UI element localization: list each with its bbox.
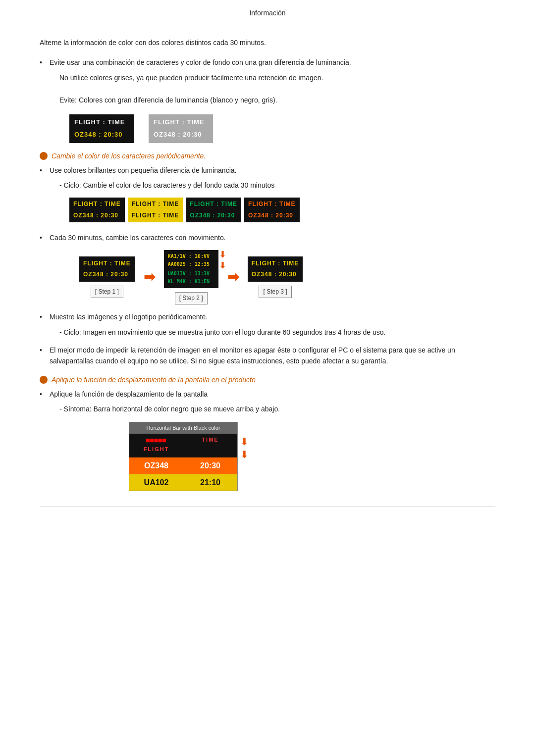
hbar-data-row1: OZ348 20:30 (129, 457, 237, 474)
cycle-box2-r1: FLIGHT : TIME (132, 200, 179, 209)
hbar-container: Horizontal Bar with Black color ■■■■■ FL… (129, 422, 238, 492)
hbar-box: Horizontal Bar with Black color ■■■■■ FL… (129, 422, 238, 492)
step-box-2: KA1/1V : 16:VVAA0025 : 12:35 UA01IV : 13… (164, 250, 218, 304)
hbar-header-flight: FLIGHT (132, 445, 180, 454)
sub4-text: - Ciclo: Imagen en movimiento que se mue… (59, 327, 495, 338)
intro-para1: Alterne la información de color con dos … (40, 37, 495, 48)
italic-note-1: Cambie el color de los caracteres periód… (40, 152, 495, 160)
step3-r1: FLIGHT : TIME (252, 259, 299, 268)
step3-display: FLIGHT : TIME OZ348 : 20:30 (248, 256, 303, 282)
bullet6-text: Aplique la función de desplazamiento de … (50, 390, 208, 398)
step-arrow-1: ➡ (144, 266, 155, 289)
hbar-row1-c1: OZ348 (129, 457, 183, 474)
step1-r2: OZ348 : 20:30 (83, 270, 131, 279)
page-content: Alterne la información de color con dos … (0, 22, 535, 531)
hbar-header-time: TIME (186, 436, 234, 445)
sub1-text: No utilice colores grises, ya que pueden… (59, 72, 495, 83)
list-item-3: Cada 30 minutos, cambie los caracteres c… (40, 232, 495, 305)
main-list-2: Use colores brillantes con pequeña difer… (40, 165, 495, 367)
cycle-box3-r1: FLIGHT : TIME (190, 200, 237, 209)
step2-arrows: ⬇ ⬇ (219, 250, 226, 270)
italic-text-1: Cambie el color de los caracteres periód… (52, 152, 206, 160)
sub-indent-4: - Ciclo: Imagen en movimiento que se mue… (59, 327, 495, 338)
hbar-data-row2: UA102 21:10 (129, 474, 237, 491)
list-item-6: Aplique la función de desplazamiento de … (40, 389, 495, 491)
demo-dark-row2: OZ348 : 20:30 (74, 130, 129, 140)
page-header: Información (0, 0, 535, 22)
cycle-box3-r2: OZ348 : 20:30 (190, 211, 237, 220)
bullet3-text: Cada 30 minutos, cambie los caracteres c… (50, 234, 226, 242)
demo-box-dark: FLIGHT : TIME OZ348 : 20:30 (69, 114, 134, 143)
main-list-3: Aplique la función de desplazamiento de … (40, 389, 495, 491)
list-item-1: Evite usar una combinación de caracteres… (40, 57, 495, 143)
sub2-text: Evite: Colores con gran diferencia de lu… (59, 95, 495, 105)
bullet2-text: Use colores brillantes con pequeña difer… (50, 166, 236, 174)
hbar-demo: Horizontal Bar with Black color ■■■■■ FL… (129, 422, 495, 492)
step2-r1: KA1/1V : 16:VVAA0025 : 12:35 (168, 252, 214, 268)
step3-label: [ Step 3 ] (259, 286, 291, 298)
orange-circle-icon (40, 152, 48, 160)
cycle-box1-r1: FLIGHT : TIME (73, 200, 121, 209)
cycle-box4-r1: FLIGHT : TIME (248, 200, 296, 209)
step-demo: FLIGHT : TIME OZ348 : 20:30 [ Step 1 ] ➡… (79, 250, 495, 304)
step2-arrow-down1: ⬇ (219, 250, 226, 259)
orange-circle-icon-2 (40, 376, 48, 384)
step2-arrow-down2: ⬇ (219, 261, 226, 270)
sub-indent-2: - Ciclo: Cambie el color de los caracter… (59, 180, 495, 191)
step1-label: [ Step 1 ] (91, 286, 123, 298)
step1-r1: FLIGHT : TIME (83, 259, 131, 268)
hbar-arrow-down2: ⬇ (240, 450, 249, 459)
demo-box-gray: FLIGHT : TIME OZ348 : 20:30 (149, 114, 213, 143)
hbar-row2-c2: 21:10 (183, 474, 237, 491)
hbar-title: Horizontal Bar with Black color (129, 422, 237, 434)
bullet4-text: Muestre las imágenes y el logotipo perió… (50, 313, 208, 321)
step2-r2: UA01IV : 13:3VKL M4K : K1:EN (168, 270, 214, 286)
cycle-box-1: FLIGHT : TIME OZ348 : 20:30 (69, 198, 125, 222)
demo-area-1: FLIGHT : TIME OZ348 : 20:30 FLIGHT : TIM… (69, 114, 495, 143)
hbar-arrows: ⬇ ⬇ (240, 437, 249, 459)
cycle-demo: FLIGHT : TIME OZ348 : 20:30 FLIGHT : TIM… (69, 198, 495, 222)
list-item-4: Muestre las imágenes y el logotipo perió… (40, 311, 495, 338)
bullet5-text: El mejor modo de impedir la retención de… (50, 346, 455, 365)
italic-text-2: Aplique la función de desplazamiento de … (52, 376, 256, 384)
step-box-3: FLIGHT : TIME OZ348 : 20:30 [ Step 3 ] (248, 256, 303, 299)
hbar-row1-c2: 20:30 (183, 457, 237, 474)
demo-dark-row1: FLIGHT : TIME (74, 117, 129, 128)
step2-label: [ Step 2 ] (175, 292, 208, 304)
step-arrow-2: ➡ (227, 266, 239, 289)
italic-note-2: Aplique la función de desplazamiento de … (40, 376, 495, 384)
list-item-2: Use colores brillantes con pequeña difer… (40, 165, 495, 222)
cycle-box-2: FLIGHT : TIME FLIGHT : TIME (128, 198, 183, 222)
sub5-text: - Síntoma: Barra horizontal de color neg… (59, 403, 495, 414)
sub-indent-1: No utilice colores grises, ya que pueden… (59, 72, 495, 105)
step1-display: FLIGHT : TIME OZ348 : 20:30 (79, 256, 135, 282)
cycle-box-4: FLIGHT : TIME OZ348 : 20:30 (244, 198, 300, 222)
hbar-header-c2: TIME (183, 434, 237, 456)
page-footer (40, 506, 495, 511)
step3-r2: OZ348 : 20:30 (252, 270, 299, 279)
cycle-box4-r2: OZ348 : 20:30 (248, 211, 296, 220)
cycle-box-3: FLIGHT : TIME OZ348 : 20:30 (186, 198, 241, 222)
hbar-row2-c1: UA102 (129, 474, 183, 491)
sub3-text: - Ciclo: Cambie el color de los caracter… (59, 180, 495, 191)
demo-gray-row1: FLIGHT : TIME (154, 117, 208, 128)
cycle-box1-r2: OZ348 : 20:30 (73, 211, 121, 220)
cycle-box2-r2: FLIGHT : TIME (132, 211, 179, 220)
bullet1-text: Evite usar una combinación de caracteres… (50, 58, 351, 66)
step2-display: KA1/1V : 16:VVAA0025 : 12:35 UA01IV : 13… (164, 250, 218, 288)
demo-gray-row2: OZ348 : 20:30 (154, 130, 208, 140)
hbar-header-row: ■■■■■ FLIGHT TIME (129, 434, 237, 456)
hbar-header-c1: ■■■■■ FLIGHT (129, 434, 183, 456)
hbar-arrow-down1: ⬇ (240, 437, 249, 447)
main-list: Evite usar una combinación de caracteres… (40, 57, 495, 143)
list-item-5: El mejor modo de impedir la retención de… (40, 345, 495, 367)
step-box-1: FLIGHT : TIME OZ348 : 20:30 [ Step 1 ] (79, 256, 135, 299)
page-title: Información (249, 9, 285, 17)
sub-indent-5: - Síntoma: Barra horizontal de color neg… (59, 403, 495, 414)
